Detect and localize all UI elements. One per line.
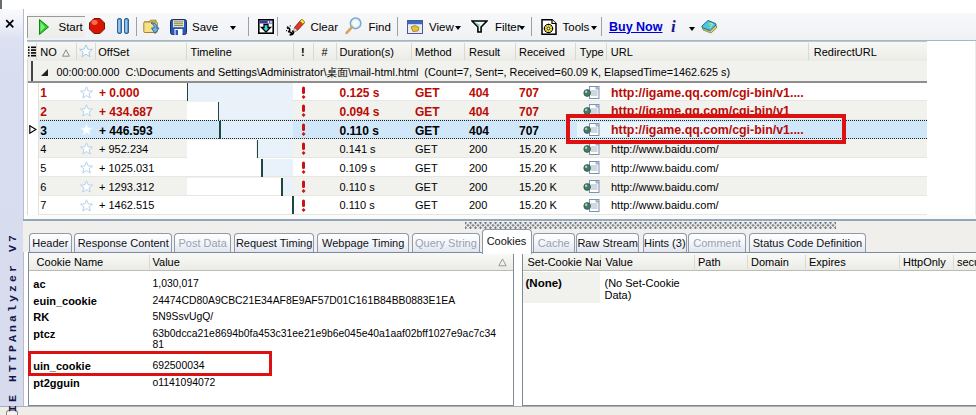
svg-text:?: ? [708,21,713,30]
